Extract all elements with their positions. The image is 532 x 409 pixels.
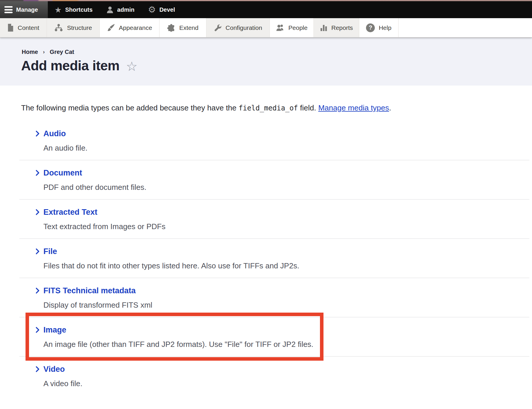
admin-toolbar: Content Structure Appearance Extend xyxy=(0,18,532,38)
toolbar-tab-help[interactable]: ? Help xyxy=(359,18,399,37)
media-type-link-row: Audio xyxy=(35,129,529,138)
bookmark-star-icon[interactable]: ☆ xyxy=(126,60,138,73)
title-row: Add media item ☆ xyxy=(21,58,532,74)
tab-label: Reports xyxy=(331,24,353,31)
media-type-link-fits[interactable]: FITS Technical metadata xyxy=(43,286,136,295)
toolbar-tab-content[interactable]: Content xyxy=(0,18,47,37)
gear-icon: ⚙ xyxy=(148,5,156,14)
media-type-list: Audio An audio file. Document PDF and ot… xyxy=(19,121,529,396)
chevron-right-icon xyxy=(35,248,40,255)
tab-label: Structure xyxy=(67,24,92,31)
breadcrumb: Home › Grey Cat xyxy=(22,49,532,55)
puzzle-icon xyxy=(167,24,175,32)
media-type-description: PDF and other document files. xyxy=(43,183,529,192)
media-type-link-extracted-text[interactable]: Extracted Text xyxy=(43,208,97,217)
chevron-right-icon xyxy=(35,170,40,176)
breadcrumb-grey-cat-link[interactable]: Grey Cat xyxy=(50,49,74,55)
admin-bar-label: Shortcuts xyxy=(65,6,92,13)
media-type-link-file[interactable]: File xyxy=(43,247,57,256)
media-type-description: Display of transformed FITS xml xyxy=(43,301,529,309)
field-name-code: field_media_of xyxy=(239,104,298,112)
chevron-right-icon xyxy=(35,287,40,294)
media-type-link-document[interactable]: Document xyxy=(43,168,82,178)
media-type-item-image: Image An image file (other than TIFF and… xyxy=(19,317,529,357)
toolbar-tab-people[interactable]: People xyxy=(270,18,314,37)
tab-label: Extend xyxy=(179,24,198,31)
toolbar-tab-reports[interactable]: Reports xyxy=(314,18,359,37)
page-title: Add media item xyxy=(21,58,120,74)
media-type-link-video[interactable]: Video xyxy=(43,365,65,374)
main-content: The following media types can be added b… xyxy=(0,86,532,396)
admin-bar: Manage ★ Shortcuts admin ⚙ Devel xyxy=(0,1,532,18)
people-icon xyxy=(276,24,284,32)
sitemap-icon xyxy=(54,24,63,32)
hamburger-icon xyxy=(4,5,13,15)
intro-text-after: field. xyxy=(298,103,318,112)
page-header: Home › Grey Cat Add media item ☆ xyxy=(0,38,532,86)
toolbar-tab-appearance[interactable]: Appearance xyxy=(100,18,160,37)
tab-label: Help xyxy=(379,24,391,31)
chevron-right-icon xyxy=(35,130,40,137)
toolbar-tab-extend[interactable]: Extend xyxy=(160,18,206,37)
chevron-right-icon xyxy=(35,366,40,372)
toolbar-tab-configuration[interactable]: Configuration xyxy=(206,18,270,37)
toolbar-tab-structure[interactable]: Structure xyxy=(47,18,100,37)
chevron-right-icon xyxy=(35,327,40,333)
media-type-link-row: Extracted Text xyxy=(35,207,529,217)
media-type-link-row: Document xyxy=(35,168,529,178)
media-type-description: An audio file. xyxy=(43,144,529,152)
media-type-link-row: File xyxy=(35,247,529,256)
admin-bar-item-admin-user[interactable]: admin xyxy=(99,1,141,18)
media-type-link-row: Image xyxy=(35,325,529,335)
paintbrush-icon xyxy=(107,24,115,32)
bar-chart-icon xyxy=(320,24,328,32)
media-type-item-audio: Audio An audio file. xyxy=(19,121,529,160)
admin-bar-item-manage[interactable]: Manage xyxy=(0,1,48,18)
media-type-link-row: FITS Technical metadata xyxy=(35,286,529,295)
media-type-description: An image file (other than TIFF and JP2 f… xyxy=(43,340,529,349)
chevron-right-icon xyxy=(35,209,40,215)
admin-bar-label: admin xyxy=(117,6,135,13)
media-type-item-extracted-text: Extracted Text Text extracted from Image… xyxy=(19,200,529,239)
media-type-description: Files that do not fit into other types l… xyxy=(43,261,529,270)
window-top-strip xyxy=(0,0,532,1)
media-type-item-video: Video A video file. xyxy=(19,357,529,396)
media-type-link-row: Video xyxy=(35,364,529,374)
intro-text: The following media types can be added b… xyxy=(21,103,532,113)
user-icon xyxy=(106,6,114,13)
chevron-separator-icon: › xyxy=(43,49,45,55)
tab-label: Appearance xyxy=(119,24,152,31)
star-icon: ★ xyxy=(55,6,62,14)
intro-text-end: . xyxy=(389,103,391,112)
media-type-description: Text extracted from Images or PDFs xyxy=(43,222,529,231)
media-type-item-document: Document PDF and other document files. xyxy=(19,160,529,200)
toolbar-filler xyxy=(399,18,532,37)
media-type-item-file: File Files that do not fit into other ty… xyxy=(19,239,529,278)
media-type-link-image[interactable]: Image xyxy=(43,326,66,335)
admin-bar-label: Devel xyxy=(159,6,175,13)
file-icon xyxy=(7,24,14,32)
admin-bar-item-shortcuts[interactable]: ★ Shortcuts xyxy=(48,1,99,18)
media-type-description: A video file. xyxy=(43,379,529,388)
manage-media-types-link[interactable]: Manage media types xyxy=(318,103,389,112)
tab-label: People xyxy=(288,24,307,31)
intro-text-before: The following media types can be added b… xyxy=(21,103,239,112)
tab-label: Configuration xyxy=(226,24,262,31)
admin-bar-label: Manage xyxy=(16,6,38,13)
wrench-icon xyxy=(214,24,222,32)
tab-label: Content xyxy=(18,24,39,31)
admin-bar-item-devel[interactable]: ⚙ Devel xyxy=(141,1,182,18)
media-type-item-fits: FITS Technical metadata Display of trans… xyxy=(19,278,529,317)
breadcrumb-home-link[interactable]: Home xyxy=(22,49,38,55)
question-icon: ? xyxy=(366,23,375,32)
media-type-link-audio[interactable]: Audio xyxy=(43,129,66,138)
